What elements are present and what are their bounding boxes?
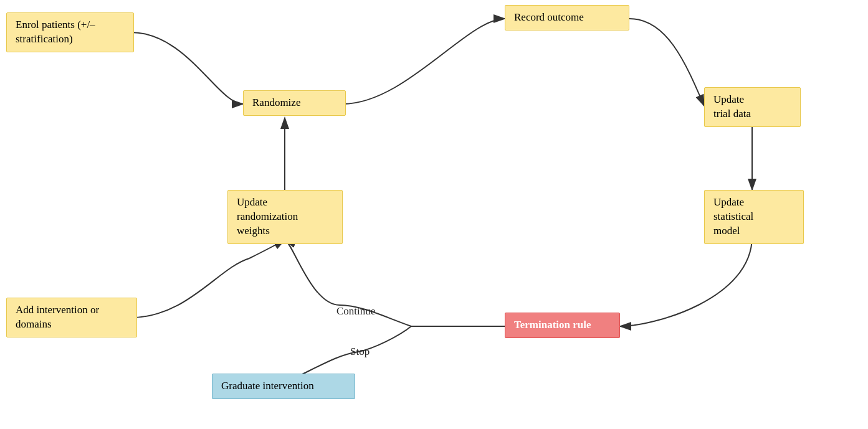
graduate-intervention-box: Graduate intervention — [212, 374, 355, 399]
update-randomization-label: Updaterandomizationweights — [237, 196, 298, 237]
enrol-patients-label: Enrol patients (+/– stratification) — [16, 19, 95, 45]
termination-rule-label: Termination rule — [514, 319, 591, 331]
add-intervention-label: Add intervention ordomains — [16, 304, 99, 330]
stop-label: Stop — [350, 346, 370, 358]
add-intervention-box: Add intervention ordomains — [6, 298, 137, 337]
update-statistical-model-label: Updatestatisticalmodel — [713, 196, 753, 237]
diagram: Enrol patients (+/– stratification) Reco… — [0, 0, 868, 429]
update-trial-data-label: Updatetrial data — [713, 93, 751, 120]
randomize-label: Randomize — [252, 97, 300, 108]
termination-rule-box: Termination rule — [505, 313, 620, 338]
update-randomization-box: Updaterandomizationweights — [227, 190, 343, 244]
enrol-patients-box: Enrol patients (+/– stratification) — [6, 12, 134, 52]
update-trial-data-box: Updatetrial data — [704, 87, 801, 127]
record-outcome-box: Record outcome — [505, 5, 629, 31]
record-outcome-label: Record outcome — [514, 11, 584, 23]
randomize-box: Randomize — [243, 90, 346, 116]
update-statistical-model-box: Updatestatisticalmodel — [704, 190, 804, 244]
continue-label: Continue — [336, 305, 375, 318]
graduate-intervention-label: Graduate intervention — [221, 380, 314, 392]
